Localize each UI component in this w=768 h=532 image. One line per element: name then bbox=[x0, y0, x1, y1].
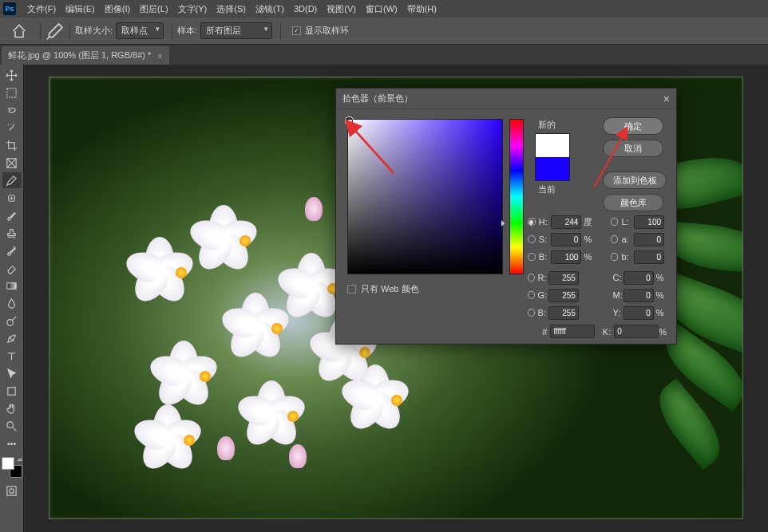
color-preview[interactable] bbox=[535, 133, 570, 181]
document-tab[interactable]: 鲜花.jpg @ 100% (图层 1, RGB/8#) * × bbox=[2, 46, 169, 65]
l-input[interactable] bbox=[634, 215, 664, 229]
history-brush-tool-icon[interactable] bbox=[2, 242, 22, 258]
menu-text[interactable]: 文字(Y) bbox=[173, 3, 212, 15]
hand-tool-icon[interactable] bbox=[2, 400, 22, 416]
k-unit: % bbox=[659, 327, 667, 337]
eyedropper-preset-icon[interactable] bbox=[46, 22, 65, 41]
bv-input[interactable] bbox=[551, 250, 581, 264]
s-radio[interactable] bbox=[528, 235, 536, 243]
menu-select[interactable]: 选择(S) bbox=[212, 3, 251, 15]
g-radio[interactable] bbox=[528, 291, 535, 299]
stamp-tool-icon[interactable] bbox=[2, 225, 22, 241]
menu-filter[interactable]: 滤镜(T) bbox=[251, 3, 289, 15]
shape-tool-icon[interactable] bbox=[2, 383, 22, 399]
current-color-swatch bbox=[536, 157, 569, 180]
b2-radio[interactable] bbox=[611, 253, 619, 261]
sample-label: 样本: bbox=[177, 25, 197, 37]
menu-window[interactable]: 窗口(W) bbox=[361, 3, 402, 15]
svg-rect-0 bbox=[7, 88, 16, 97]
cancel-button[interactable]: 取消 bbox=[603, 140, 663, 157]
show-ring-checkbox[interactable]: ✓ 显示取样环 bbox=[292, 25, 349, 37]
sample-dropdown[interactable]: 所有图层 bbox=[200, 22, 272, 39]
dialog-titlebar[interactable]: 拾色器（前景色） × bbox=[336, 89, 676, 109]
s-unit: % bbox=[584, 234, 596, 244]
k-input[interactable] bbox=[614, 325, 659, 338]
b-radio[interactable] bbox=[528, 309, 535, 317]
document-tab-title: 鲜花.jpg @ 100% (图层 1, RGB/8#) * bbox=[8, 49, 151, 61]
b2-input[interactable] bbox=[634, 250, 664, 264]
svg-point-11 bbox=[10, 488, 14, 493]
magic-wand-tool-icon[interactable] bbox=[2, 120, 22, 136]
svg-rect-3 bbox=[7, 282, 16, 289]
options-bar: 取样大小: 取样点 样本: 所有图层 ✓ 显示取样环 bbox=[0, 18, 768, 45]
r-radio[interactable] bbox=[528, 274, 535, 282]
hex-input[interactable] bbox=[550, 325, 595, 338]
move-tool-icon[interactable] bbox=[2, 67, 22, 83]
bv-radio[interactable] bbox=[528, 253, 536, 261]
toolbar-more-icon[interactable] bbox=[2, 435, 22, 451]
pen-tool-icon[interactable] bbox=[2, 330, 22, 346]
brush-tool-icon[interactable] bbox=[2, 207, 22, 223]
saturation-value-field[interactable] bbox=[347, 119, 503, 274]
menu-3d[interactable]: 3D(D) bbox=[289, 4, 322, 14]
y-input[interactable] bbox=[624, 306, 654, 320]
menu-layer[interactable]: 图层(L) bbox=[135, 3, 172, 15]
r-input[interactable] bbox=[548, 271, 579, 285]
frame-tool-icon[interactable] bbox=[2, 155, 22, 171]
close-icon[interactable]: × bbox=[157, 51, 162, 61]
l-radio[interactable] bbox=[611, 218, 619, 226]
hue-slider[interactable] bbox=[509, 119, 524, 274]
a-input[interactable] bbox=[634, 233, 664, 246]
show-ring-label: 显示取样环 bbox=[305, 25, 349, 37]
app-logo: Ps bbox=[3, 2, 16, 15]
g-input[interactable] bbox=[548, 289, 579, 302]
ok-button[interactable]: 确定 bbox=[603, 117, 663, 135]
a-radio[interactable] bbox=[611, 235, 619, 243]
h-radio[interactable] bbox=[528, 218, 536, 226]
crop-tool-icon[interactable] bbox=[2, 137, 22, 153]
marquee-tool-icon[interactable] bbox=[2, 85, 22, 100]
menu-image[interactable]: 图像(I) bbox=[100, 3, 135, 15]
eraser-tool-icon[interactable] bbox=[2, 260, 22, 276]
close-icon[interactable]: × bbox=[663, 93, 670, 105]
foreground-color-swatch[interactable] bbox=[2, 457, 14, 470]
web-only-checkbox[interactable]: 只有 Web 颜色 bbox=[347, 283, 419, 295]
s-input[interactable] bbox=[551, 233, 581, 246]
menu-help[interactable]: 帮助(H) bbox=[402, 3, 441, 15]
zoom-tool-icon[interactable] bbox=[2, 418, 22, 434]
tool-palette: ⇄ bbox=[0, 65, 24, 532]
blur-tool-icon[interactable] bbox=[2, 295, 22, 311]
swap-colors-icon[interactable]: ⇄ bbox=[18, 457, 22, 463]
home-icon[interactable] bbox=[11, 23, 27, 39]
svg-rect-10 bbox=[7, 486, 16, 495]
m-input[interactable] bbox=[624, 289, 654, 302]
bv-unit: % bbox=[584, 252, 596, 262]
gradient-tool-icon[interactable] bbox=[2, 278, 22, 294]
menu-file[interactable]: 文件(F) bbox=[22, 3, 61, 15]
menu-view[interactable]: 视图(V) bbox=[322, 3, 361, 15]
color-swatches[interactable]: ⇄ bbox=[2, 457, 22, 478]
sample-size-dropdown[interactable]: 取样点 bbox=[116, 22, 164, 39]
color-picker-dialog: 拾色器（前景色） × 新的 当前 确定 取消 添加到色板 颜色库 H:度 bbox=[335, 88, 677, 345]
path-select-tool-icon[interactable] bbox=[2, 365, 22, 381]
type-tool-icon[interactable] bbox=[2, 348, 22, 364]
y-label: Y: bbox=[613, 308, 624, 317]
healing-tool-icon[interactable] bbox=[2, 190, 22, 206]
add-swatch-button[interactable]: 添加到色板 bbox=[603, 171, 667, 189]
c-unit: % bbox=[656, 273, 667, 282]
dodge-tool-icon[interactable] bbox=[2, 313, 22, 329]
a-label: a: bbox=[621, 234, 634, 244]
r-label: R: bbox=[538, 273, 548, 282]
quickmask-icon[interactable] bbox=[2, 483, 22, 499]
svg-point-9 bbox=[14, 443, 15, 444]
y-unit: % bbox=[656, 308, 667, 317]
h-input[interactable] bbox=[551, 215, 581, 229]
menu-edit[interactable]: 编辑(E) bbox=[61, 3, 100, 15]
b-input[interactable] bbox=[548, 306, 579, 320]
c-input[interactable] bbox=[624, 271, 654, 285]
separator bbox=[69, 22, 70, 40]
color-libraries-button[interactable]: 颜色库 bbox=[603, 194, 663, 211]
h-unit: 度 bbox=[584, 216, 596, 228]
lasso-tool-icon[interactable] bbox=[2, 102, 22, 118]
eyedropper-tool-icon[interactable] bbox=[2, 172, 22, 188]
